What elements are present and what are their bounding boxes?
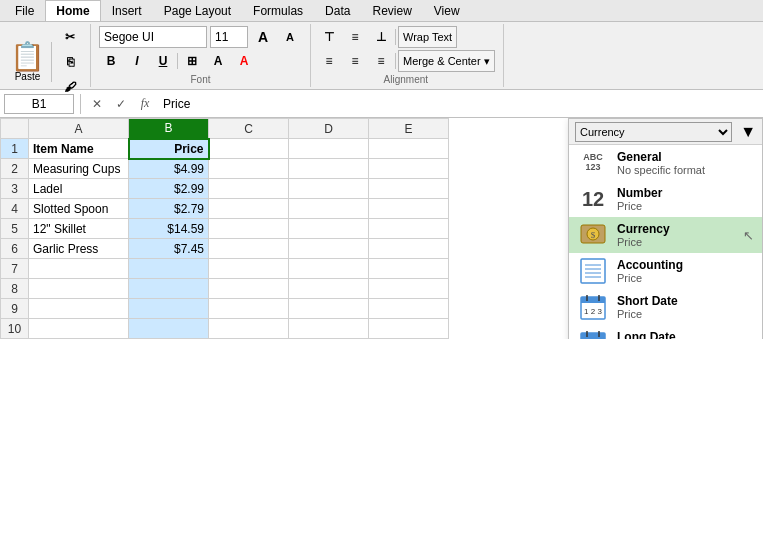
row-header-3[interactable]: 3 <box>1 179 29 199</box>
align-right-button[interactable]: ≡ <box>369 50 393 72</box>
name-box[interactable] <box>4 94 74 114</box>
cell-a7[interactable] <box>29 259 129 279</box>
copy-button[interactable]: ⎘ <box>58 51 82 73</box>
cell-c10[interactable] <box>209 319 289 339</box>
fill-color-button[interactable]: A <box>206 50 230 72</box>
borders-button[interactable]: ⊞ <box>180 50 204 72</box>
row-header-7[interactable]: 7 <box>1 259 29 279</box>
cell-e4[interactable] <box>369 199 449 219</box>
cell-d9[interactable] <box>289 299 369 319</box>
increase-font-button[interactable]: A <box>251 26 275 48</box>
tab-file[interactable]: File <box>4 0 45 21</box>
cell-b2[interactable]: $4.99 <box>129 159 209 179</box>
cell-e5[interactable] <box>369 219 449 239</box>
formula-input[interactable] <box>159 97 759 111</box>
font-size-input[interactable] <box>210 26 248 48</box>
row-header-5[interactable]: 5 <box>1 219 29 239</box>
cell-b9[interactable] <box>129 299 209 319</box>
col-header-c[interactable]: C <box>209 119 289 139</box>
cell-e3[interactable] <box>369 179 449 199</box>
format-item-long-date[interactable]: long Long Date Price <box>569 325 762 339</box>
row-header-2[interactable]: 2 <box>1 159 29 179</box>
cell-d1[interactable] <box>289 139 369 159</box>
cell-e10[interactable] <box>369 319 449 339</box>
decrease-font-button[interactable]: A <box>278 26 302 48</box>
cell-c9[interactable] <box>209 299 289 319</box>
cell-d3[interactable] <box>289 179 369 199</box>
cell-e8[interactable] <box>369 279 449 299</box>
cell-d10[interactable] <box>289 319 369 339</box>
confirm-formula-icon[interactable]: ✓ <box>111 94 131 114</box>
align-top-button[interactable]: ⊤ <box>317 26 341 48</box>
col-header-e[interactable]: E <box>369 119 449 139</box>
font-color-button[interactable]: A <box>232 50 256 72</box>
cell-b1[interactable]: Price <box>129 139 209 159</box>
insert-function-icon[interactable]: fx <box>135 94 155 114</box>
col-header-a[interactable]: A <box>29 119 129 139</box>
format-item-general[interactable]: ABC123 General No specific format <box>569 145 762 181</box>
cell-c7[interactable] <box>209 259 289 279</box>
dropdown-arrow-icon[interactable]: ▼ <box>740 123 756 141</box>
align-center-button[interactable]: ≡ <box>343 50 367 72</box>
cell-b8[interactable] <box>129 279 209 299</box>
cut-button[interactable]: ✂ <box>58 26 82 48</box>
cell-a1[interactable]: Item Name <box>29 139 129 159</box>
bold-button[interactable]: B <box>99 50 123 72</box>
cell-b5[interactable]: $14.59 <box>129 219 209 239</box>
cell-e1[interactable] <box>369 139 449 159</box>
tab-review[interactable]: Review <box>361 0 422 21</box>
cell-a9[interactable] <box>29 299 129 319</box>
format-item-number[interactable]: 12 Number Price <box>569 181 762 217</box>
wrap-text-button[interactable]: Wrap Text <box>398 26 457 48</box>
cell-b7[interactable] <box>129 259 209 279</box>
cell-e6[interactable] <box>369 239 449 259</box>
cell-b4[interactable]: $2.79 <box>129 199 209 219</box>
row-header-1[interactable]: 1 <box>1 139 29 159</box>
cell-e2[interactable] <box>369 159 449 179</box>
tab-home[interactable]: Home <box>45 0 100 21</box>
row-header-4[interactable]: 4 <box>1 199 29 219</box>
cell-a8[interactable] <box>29 279 129 299</box>
cell-c4[interactable] <box>209 199 289 219</box>
cell-c1[interactable] <box>209 139 289 159</box>
underline-button[interactable]: U <box>151 50 175 72</box>
merge-center-button[interactable]: Merge & Center ▾ <box>398 50 495 72</box>
cell-c8[interactable] <box>209 279 289 299</box>
italic-button[interactable]: I <box>125 50 149 72</box>
cell-a10[interactable] <box>29 319 129 339</box>
cell-c3[interactable] <box>209 179 289 199</box>
cell-b10[interactable] <box>129 319 209 339</box>
tab-view[interactable]: View <box>423 0 471 21</box>
format-item-currency[interactable]: $ Currency Price ↖ <box>569 217 762 253</box>
cell-a5[interactable]: 12" Skillet <box>29 219 129 239</box>
cell-c6[interactable] <box>209 239 289 259</box>
cell-b3[interactable]: $2.99 <box>129 179 209 199</box>
cell-a6[interactable]: Garlic Press <box>29 239 129 259</box>
tab-formulas[interactable]: Formulas <box>242 0 314 21</box>
align-left-button[interactable]: ≡ <box>317 50 341 72</box>
row-header-9[interactable]: 9 <box>1 299 29 319</box>
format-select[interactable]: Currency <box>575 122 732 142</box>
format-item-accounting[interactable]: Accounting Price <box>569 253 762 289</box>
col-header-b[interactable]: B <box>129 119 209 139</box>
cell-d4[interactable] <box>289 199 369 219</box>
cell-a4[interactable]: Slotted Spoon <box>29 199 129 219</box>
row-header-6[interactable]: 6 <box>1 239 29 259</box>
cancel-formula-icon[interactable]: ✕ <box>87 94 107 114</box>
cell-d8[interactable] <box>289 279 369 299</box>
cell-d5[interactable] <box>289 219 369 239</box>
cell-d7[interactable] <box>289 259 369 279</box>
format-item-short-date[interactable]: 1 2 3 Short Date Price <box>569 289 762 325</box>
tab-insert[interactable]: Insert <box>101 0 153 21</box>
tab-data[interactable]: Data <box>314 0 361 21</box>
cell-a3[interactable]: Ladel <box>29 179 129 199</box>
cell-d2[interactable] <box>289 159 369 179</box>
align-bottom-button[interactable]: ⊥ <box>369 26 393 48</box>
cell-a2[interactable]: Measuring Cups <box>29 159 129 179</box>
col-header-d[interactable]: D <box>289 119 369 139</box>
cell-c5[interactable] <box>209 219 289 239</box>
paste-button[interactable]: 📋 Paste <box>10 43 45 82</box>
cell-d6[interactable] <box>289 239 369 259</box>
row-header-8[interactable]: 8 <box>1 279 29 299</box>
cell-e7[interactable] <box>369 259 449 279</box>
